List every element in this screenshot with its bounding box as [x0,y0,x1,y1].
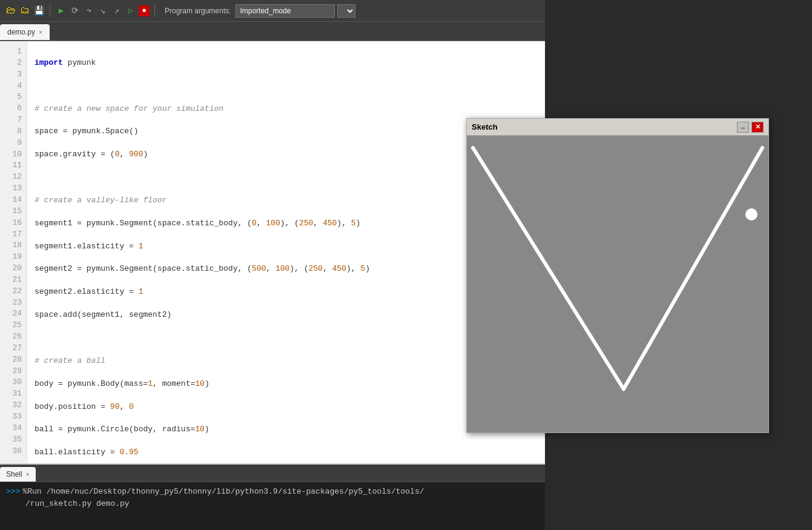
line-num-20: 20 [0,263,27,274]
line-num-6: 6 [0,103,27,114]
shell-line-1: >>> %Run /home/nuc/Desktop/thonny_py5/th… [6,486,539,498]
tab-label: demo.py [7,28,35,36]
shell-command-1: %Run /home/nuc/Desktop/thonny_py5/thonny… [22,486,424,498]
line-num-29: 29 [0,366,27,377]
program-args-label: Program arguments: [165,7,231,15]
line-num-32: 32 [0,400,27,411]
line-num-31: 31 [0,388,27,400]
shell-content[interactable]: >>> %Run /home/nuc/Desktop/thonny_py5/th… [0,482,545,530]
run-icon[interactable]: ▶ [55,5,67,17]
line-num-2: 2 [0,58,27,69]
line-num-33: 33 [0,411,27,423]
code-line-9: segment1.elasticity = 1 [35,241,538,253]
sketch-controls: – ✕ [737,122,764,133]
tab-close-button[interactable]: × [39,29,42,36]
line-num-30: 30 [0,377,27,388]
step-into-icon[interactable]: ↘ [97,5,109,17]
line-num-16: 16 [0,217,27,229]
code-line-8: segment1 = pymunk.Segment(space.static_b… [35,218,538,230]
shell-tab-bar: Shell × [0,465,545,482]
line-num-19: 19 [0,251,27,263]
code-editor[interactable]: 1 2 3 4 5 6 7 8 9 10 11 12 13 14 15 16 1… [0,41,545,465]
code-line-11: segment2.elasticity = 1 [35,287,538,298]
code-line-4: space = pymunk.Space() [35,126,538,137]
line-num-5: 5 [0,91,27,103]
line-num-8: 8 [0,126,27,137]
line-num-9: 9 [0,137,27,149]
tab-bar: demo.py × [0,22,545,41]
resume-icon[interactable]: ▷ [125,5,137,17]
code-line-18: ball.elasticity = 0.95 [35,447,538,459]
line-num-13: 13 [0,183,27,194]
line-num-25: 25 [0,320,27,331]
line-num-17: 17 [0,229,27,240]
sketch-close-button[interactable]: ✕ [751,122,764,133]
sketch-minimize-button[interactable]: – [737,122,749,133]
save-file-icon[interactable]: 💾 [33,5,45,17]
line-num-10: 10 [0,149,27,161]
code-line-5: space.gravity = (0, 900) [35,149,538,161]
code-line-14: # create a ball [35,356,538,367]
line-num-3: 3 [0,69,27,81]
shell-prompt: >>> [6,486,20,498]
line-numbers: 1 2 3 4 5 6 7 8 9 10 11 12 13 14 15 16 1… [0,41,27,465]
line-num-36: 36 [0,446,27,457]
shell-tab-close-button[interactable]: × [26,471,30,478]
code-line-6 [35,172,538,184]
sketch-svg [467,136,768,432]
code-line-3: # create a new space for your simulation [35,104,538,115]
shell-tab[interactable]: Shell × [0,467,36,482]
stop-icon[interactable]: ■ [139,5,150,16]
line-num-12: 12 [0,171,27,183]
sketch-titlebar: Sketch – ✕ [467,119,768,136]
shell-line-2: /run_sketch.py demo.py [6,498,539,510]
run-icons-group: ▶ ⟳ ↷ ↘ ↗ ▷ ■ [55,5,150,17]
line-num-26: 26 [0,331,27,343]
sketch-title: Sketch [472,122,498,131]
code-line-10: segment2 = pymunk.Segment(space.static_b… [35,263,538,275]
code-line-13 [35,333,538,344]
step-over-icon[interactable]: ↷ [83,5,95,17]
line-num-7: 7 [0,114,27,126]
sketch-canvas [467,136,768,432]
toolbar: 🗁 🗂 💾 ▶ ⟳ ↷ ↘ ↗ ▷ ■ Program arguments: [0,0,545,22]
step-out-icon[interactable]: ↗ [111,5,123,17]
line-num-22: 22 [0,286,27,297]
line-num-27: 27 [0,343,27,354]
separator-2 [154,5,155,17]
line-num-18: 18 [0,240,27,251]
args-dropdown[interactable] [337,4,355,18]
editor-tab[interactable]: demo.py × [0,24,50,40]
line-num-14: 14 [0,194,27,206]
line-num-24: 24 [0,308,27,320]
separator-1 [50,5,50,17]
sketch-window: Sketch – ✕ [466,118,769,433]
open-file-icon[interactable]: 🗂 [19,5,31,17]
code-line-1: import pymunk [35,58,538,69]
line-num-23: 23 [0,297,27,309]
shell-tab-label: Shell [6,470,22,479]
ball [745,208,758,220]
program-args-input[interactable] [236,4,335,18]
line-num-28: 28 [0,354,27,366]
shell-area: Shell × >>> %Run /home/nuc/Desktop/thonn… [0,463,545,530]
code-line-15: body = pymunk.Body(mass=1, moment=10) [35,379,538,390]
line-num-34: 34 [0,423,27,434]
line-num-21: 21 [0,274,27,286]
code-line-7: # create a valley-like floor [35,195,538,207]
svg-line-0 [473,148,624,389]
debug-icon[interactable]: ⟳ [69,5,81,17]
line-num-15: 15 [0,206,27,217]
line-num-11: 11 [0,160,27,171]
file-icons-group: 🗁 🗂 💾 [5,5,45,17]
svg-line-1 [624,148,762,389]
new-file-icon[interactable]: 🗁 [5,5,17,17]
line-num-4: 4 [0,81,27,92]
code-line-17: ball = pymunk.Circle(body, radius=10) [35,424,538,436]
line-num-35: 35 [0,434,27,446]
code-line-16: body.position = 90, 0 [35,402,538,413]
line-num-1: 1 [0,46,27,58]
ide-container: 🗁 🗂 💾 ▶ ⟳ ↷ ↘ ↗ ▷ ■ Program arguments: d… [0,0,545,530]
code-line-2 [35,81,538,92]
code-line-12: space.add(segment1, segment2) [35,310,538,321]
